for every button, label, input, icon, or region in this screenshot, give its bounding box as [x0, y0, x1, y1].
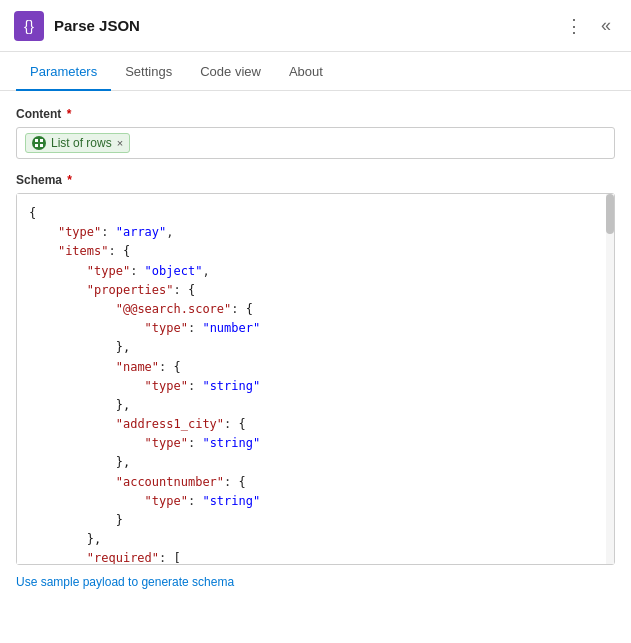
- tab-about[interactable]: About: [275, 52, 337, 91]
- code-line: "required": [: [29, 549, 602, 564]
- code-line: "@@search.score": {: [29, 300, 602, 319]
- code-line: "type": "string": [29, 377, 602, 396]
- svg-rect-2: [35, 144, 38, 147]
- content-required-marker: *: [63, 107, 71, 121]
- code-line: },: [29, 396, 602, 415]
- app-icon: {}: [14, 11, 44, 41]
- schema-editor[interactable]: { "type": "array", "items": { "type": "o…: [17, 194, 614, 564]
- schema-section: Schema * { "type": "array", "items": { "…: [16, 173, 615, 589]
- generate-schema-link[interactable]: Use sample payload to generate schema: [16, 575, 234, 589]
- code-line: },: [29, 530, 602, 549]
- code-line: },: [29, 338, 602, 357]
- header-actions: ⋮ «: [559, 11, 617, 41]
- scrollbar-thumb[interactable]: [606, 194, 614, 234]
- scrollbar-track: [606, 194, 614, 564]
- panel-title: Parse JSON: [54, 17, 559, 34]
- tag-icon: [32, 136, 46, 150]
- content-input[interactable]: List of rows ×: [16, 127, 615, 159]
- code-line: "name": {: [29, 358, 602, 377]
- code-line: "type": "string": [29, 434, 602, 453]
- code-line: "type": "array",: [29, 223, 602, 242]
- svg-rect-0: [35, 139, 38, 142]
- tab-code-view[interactable]: Code view: [186, 52, 275, 91]
- code-line: {: [29, 204, 602, 223]
- code-line: "accountnumber": {: [29, 473, 602, 492]
- parameters-panel: Content * List of rows × Schema * { "typ…: [0, 91, 631, 605]
- schema-required-marker: *: [64, 173, 72, 187]
- panel-header: {} Parse JSON ⋮ «: [0, 0, 631, 52]
- list-of-rows-tag: List of rows ×: [25, 133, 130, 153]
- tab-parameters[interactable]: Parameters: [16, 52, 111, 91]
- svg-rect-3: [40, 144, 43, 147]
- tag-label: List of rows: [51, 136, 112, 150]
- code-line: "items": {: [29, 242, 602, 261]
- schema-editor-wrapper: { "type": "array", "items": { "type": "o…: [16, 193, 615, 565]
- content-field-label: Content *: [16, 107, 615, 121]
- code-line: "address1_city": {: [29, 415, 602, 434]
- code-line: }: [29, 511, 602, 530]
- code-line: "properties": {: [29, 281, 602, 300]
- code-line: },: [29, 453, 602, 472]
- tab-bar: Parameters Settings Code view About: [0, 52, 631, 91]
- code-line: "type": "string": [29, 492, 602, 511]
- code-line: "type": "number": [29, 319, 602, 338]
- schema-field-label: Schema *: [16, 173, 615, 187]
- more-options-button[interactable]: ⋮: [559, 11, 589, 41]
- tab-settings[interactable]: Settings: [111, 52, 186, 91]
- tag-close-button[interactable]: ×: [117, 138, 123, 149]
- collapse-button[interactable]: «: [595, 11, 617, 40]
- svg-rect-1: [40, 139, 43, 142]
- code-line: "type": "object",: [29, 262, 602, 281]
